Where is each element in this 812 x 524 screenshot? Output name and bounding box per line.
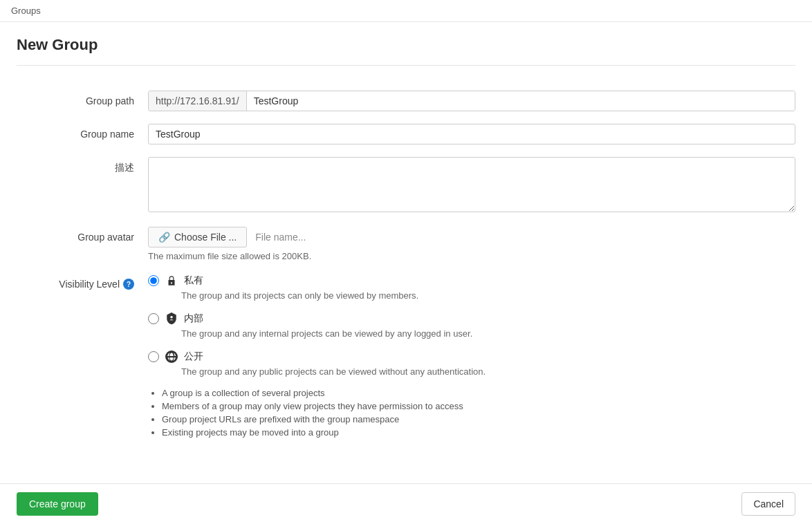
- info-bullet-4: Existing projects may be moved into a gr…: [162, 427, 795, 438]
- create-group-button[interactable]: Create group: [17, 492, 98, 516]
- breadcrumb[interactable]: Groups: [11, 6, 41, 16]
- globe-icon: [165, 350, 178, 364]
- group-path-prefix: http://172.16.81.91/: [149, 91, 247, 111]
- group-path-label: Group path: [86, 95, 134, 106]
- visibility-options: 私有 The group and its projects can only b…: [148, 274, 795, 440]
- description-label: 描述: [115, 162, 134, 173]
- description-input[interactable]: [148, 157, 795, 212]
- visibility-internal-name: 内部: [184, 312, 203, 325]
- visibility-option-public: 公开 The group and any public projects can…: [148, 350, 795, 377]
- lock-icon: [165, 274, 178, 288]
- visibility-radio-private[interactable]: [148, 275, 159, 286]
- visibility-radio-internal[interactable]: [148, 313, 159, 324]
- group-avatar-label: Group avatar: [77, 232, 134, 243]
- paperclip-icon: 🔗: [158, 232, 170, 243]
- help-icon[interactable]: ?: [123, 279, 134, 290]
- visibility-level-label: Visibility Level: [59, 279, 120, 290]
- visibility-public-desc: The group and any public projects can be…: [181, 366, 795, 377]
- group-name-input[interactable]: [148, 124, 795, 144]
- file-name-placeholder: File name...: [255, 232, 306, 243]
- visibility-private-name: 私有: [184, 274, 203, 287]
- choose-file-label: Choose File ...: [174, 232, 237, 243]
- info-bullet-3: Group project URLs are prefixed with the…: [162, 414, 795, 424]
- choose-file-button[interactable]: 🔗 Choose File ...: [148, 227, 247, 247]
- visibility-internal-desc: The group and any internal projects can …: [181, 328, 795, 339]
- visibility-option-private: 私有 The group and its projects can only b…: [148, 274, 795, 301]
- visibility-option-internal: 内部 The group and any internal projects c…: [148, 312, 795, 339]
- visibility-public-name: 公开: [184, 350, 203, 363]
- info-bullet-2: Members of a group may only view project…: [162, 401, 795, 411]
- visibility-private-desc: The group and its projects can only be v…: [181, 290, 795, 301]
- group-path-input[interactable]: [247, 91, 795, 111]
- group-path-field: http://172.16.81.91/: [148, 91, 795, 111]
- info-bullet-1: A group is a collection of several proje…: [162, 388, 795, 398]
- info-bullets-list: A group is a collection of several proje…: [148, 388, 795, 438]
- group-name-label: Group name: [80, 129, 134, 140]
- file-size-hint: The maximum file size allowed is 200KB.: [148, 251, 795, 261]
- footer-bar: Create group Cancel: [0, 483, 812, 524]
- cancel-button[interactable]: Cancel: [741, 492, 795, 516]
- shield-icon: [165, 312, 178, 326]
- page-title: New Group: [17, 36, 795, 66]
- visibility-radio-public[interactable]: [148, 351, 159, 362]
